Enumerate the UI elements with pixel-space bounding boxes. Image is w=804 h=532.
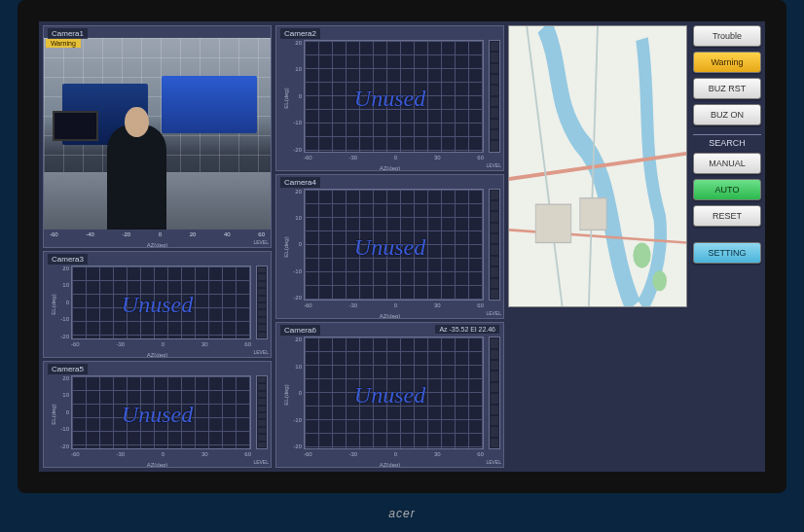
camera-column-left: Camera1 Warning -60-40 -200 2040 60 AZ(d…	[43, 25, 272, 468]
search-label: SEARCH	[693, 134, 761, 148]
status-badge: Warning	[46, 39, 81, 48]
svg-rect-4	[580, 198, 606, 231]
buz-on-button[interactable]: BUZ ON	[693, 104, 761, 125]
auto-button[interactable]: AUTO	[693, 179, 761, 200]
camera-panel-1[interactable]: Camera1 Warning -60-40 -200 2040 60 AZ(d…	[43, 25, 272, 248]
camera-title: Camera1	[48, 28, 88, 39]
camera-panel-6[interactable]: Camera6 Az -35.52 El 22.46 Unused 2010 0…	[275, 322, 504, 468]
svg-rect-3	[535, 204, 570, 242]
app-root: Camera1 Warning -60-40 -200 2040 60 AZ(d…	[39, 21, 765, 472]
camera-panel-3[interactable]: Camera3 Unused 2010 0-10 -20 -60-30 030 …	[43, 251, 272, 358]
right-column: Trouble Warning BUZ RST BUZ ON SEARCH MA…	[508, 25, 761, 468]
map-view[interactable]	[508, 25, 687, 307]
trouble-button[interactable]: Trouble	[693, 25, 761, 47]
monitor-brand: acer	[388, 507, 415, 520]
camera-live-feed	[44, 38, 271, 230]
manual-button[interactable]: MANUAL	[693, 153, 761, 174]
control-panel: Trouble Warning BUZ RST BUZ ON SEARCH MA…	[693, 25, 761, 307]
camera-panel-5[interactable]: Camera5 Unused 2010 0-10 -20 -60-30 030 …	[43, 361, 272, 468]
buz-rst-button[interactable]: BUZ RST	[693, 78, 761, 99]
reset-button[interactable]: RESET	[693, 205, 761, 227]
svg-point-1	[633, 242, 650, 267]
setting-button[interactable]: SETTING	[693, 242, 761, 264]
grid-plot	[71, 266, 251, 339]
camera-panel-2[interactable]: Camera2 Unused 2010 0-10 -20 -60-30 030 …	[275, 25, 504, 171]
svg-point-2	[652, 270, 667, 291]
camera-coords: Az -35.52 El 22.46	[435, 325, 499, 334]
camera-column-mid: Camera2 Unused 2010 0-10 -20 -60-30 030 …	[275, 25, 504, 468]
camera-panel-4[interactable]: Camera4 Unused 2010 0-10 -20 -60-30 030 …	[275, 174, 504, 320]
warning-button[interactable]: Warning	[693, 52, 761, 73]
